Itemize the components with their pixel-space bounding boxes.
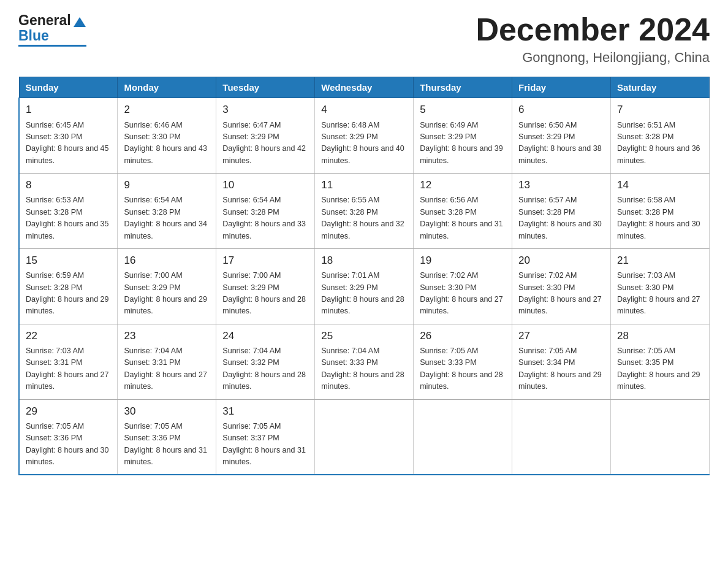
day-number: 11 (321, 177, 407, 193)
calendar-cell: 18 Sunrise: 7:01 AMSunset: 3:29 PMDaylig… (315, 248, 414, 324)
day-info: Sunrise: 6:56 AMSunset: 3:28 PMDaylight:… (420, 196, 503, 240)
day-number: 2 (124, 102, 210, 118)
day-info: Sunrise: 6:57 AMSunset: 3:28 PMDaylight:… (518, 196, 602, 240)
calendar-cell: 15 Sunrise: 6:59 AMSunset: 3:28 PMDaylig… (19, 248, 118, 324)
day-number: 24 (222, 328, 308, 344)
title-section: December 2024 Gongnong, Heilongjiang, Ch… (476, 12, 710, 66)
day-info: Sunrise: 6:45 AMSunset: 3:30 PMDaylight:… (26, 121, 109, 165)
calendar-cell: 31 Sunrise: 7:05 AMSunset: 3:37 PMDaylig… (216, 399, 315, 475)
day-info: Sunrise: 7:01 AMSunset: 3:29 PMDaylight:… (321, 271, 404, 315)
day-info: Sunrise: 6:47 AMSunset: 3:29 PMDaylight:… (222, 121, 306, 165)
day-number: 15 (26, 253, 111, 269)
day-number: 14 (617, 177, 703, 193)
day-number: 29 (26, 404, 111, 419)
calendar-cell: 30 Sunrise: 7:05 AMSunset: 3:36 PMDaylig… (118, 399, 216, 475)
day-info: Sunrise: 7:04 AMSunset: 3:31 PMDaylight:… (124, 347, 207, 391)
day-number: 5 (420, 102, 506, 118)
day-number: 9 (124, 177, 210, 193)
calendar-table: SundayMondayTuesdayWednesdayThursdayFrid… (18, 77, 710, 475)
calendar-cell (414, 399, 512, 475)
calendar-cell: 5 Sunrise: 6:49 AMSunset: 3:29 PMDayligh… (414, 98, 512, 174)
day-info: Sunrise: 7:05 AMSunset: 3:36 PMDaylight:… (124, 422, 207, 466)
day-info: Sunrise: 6:54 AMSunset: 3:28 PMDaylight:… (222, 196, 306, 240)
logo-underline (18, 45, 86, 47)
calendar-cell: 4 Sunrise: 6:48 AMSunset: 3:29 PMDayligh… (315, 98, 414, 174)
calendar-cell: 8 Sunrise: 6:53 AMSunset: 3:28 PMDayligh… (19, 174, 118, 249)
weekday-header-thursday: Thursday (414, 77, 512, 98)
day-number: 27 (518, 328, 604, 344)
day-number: 8 (26, 177, 111, 193)
calendar-cell: 20 Sunrise: 7:02 AMSunset: 3:30 PMDaylig… (512, 248, 611, 324)
day-number: 23 (124, 328, 210, 344)
calendar-week-row: 29 Sunrise: 7:05 AMSunset: 3:36 PMDaylig… (19, 399, 710, 475)
day-info: Sunrise: 6:48 AMSunset: 3:29 PMDaylight:… (321, 121, 404, 165)
calendar-cell: 26 Sunrise: 7:05 AMSunset: 3:33 PMDaylig… (414, 324, 512, 399)
day-number: 1 (26, 102, 111, 118)
calendar-cell: 2 Sunrise: 6:46 AMSunset: 3:30 PMDayligh… (118, 98, 216, 174)
calendar-cell (611, 399, 710, 475)
day-number: 4 (321, 102, 407, 118)
calendar-cell: 9 Sunrise: 6:54 AMSunset: 3:28 PMDayligh… (118, 174, 216, 249)
day-info: Sunrise: 6:51 AMSunset: 3:28 PMDaylight:… (617, 121, 700, 165)
calendar-cell: 1 Sunrise: 6:45 AMSunset: 3:30 PMDayligh… (19, 98, 118, 174)
day-number: 13 (518, 177, 604, 193)
calendar-cell: 11 Sunrise: 6:55 AMSunset: 3:28 PMDaylig… (315, 174, 414, 249)
day-info: Sunrise: 7:03 AMSunset: 3:30 PMDaylight:… (617, 271, 700, 315)
day-info: Sunrise: 6:55 AMSunset: 3:28 PMDaylight:… (321, 196, 404, 240)
logo-arrow-icon (73, 16, 86, 28)
day-number: 22 (26, 328, 111, 344)
day-info: Sunrise: 6:59 AMSunset: 3:28 PMDaylight:… (26, 271, 109, 315)
calendar-week-row: 8 Sunrise: 6:53 AMSunset: 3:28 PMDayligh… (19, 174, 710, 249)
day-info: Sunrise: 7:05 AMSunset: 3:36 PMDaylight:… (26, 422, 109, 466)
day-info: Sunrise: 7:05 AMSunset: 3:34 PMDaylight:… (518, 347, 602, 391)
calendar-cell: 29 Sunrise: 7:05 AMSunset: 3:36 PMDaylig… (19, 399, 118, 475)
weekday-header-sunday: Sunday (19, 77, 118, 98)
day-number: 17 (222, 253, 308, 269)
calendar-cell: 12 Sunrise: 6:56 AMSunset: 3:28 PMDaylig… (414, 174, 512, 249)
day-number: 25 (321, 328, 407, 344)
day-number: 6 (518, 102, 604, 118)
day-info: Sunrise: 7:03 AMSunset: 3:31 PMDaylight:… (26, 347, 109, 391)
day-info: Sunrise: 6:54 AMSunset: 3:28 PMDaylight:… (124, 196, 207, 240)
calendar-cell: 24 Sunrise: 7:04 AMSunset: 3:32 PMDaylig… (216, 324, 315, 399)
day-number: 3 (222, 102, 308, 118)
calendar-cell: 23 Sunrise: 7:04 AMSunset: 3:31 PMDaylig… (118, 324, 216, 399)
weekday-header-saturday: Saturday (611, 77, 710, 98)
weekday-header-row: SundayMondayTuesdayWednesdayThursdayFrid… (19, 77, 710, 98)
day-number: 28 (617, 328, 703, 344)
day-number: 18 (321, 253, 407, 269)
calendar-cell: 10 Sunrise: 6:54 AMSunset: 3:28 PMDaylig… (216, 174, 315, 249)
logo-general-text: General (18, 12, 71, 29)
calendar-cell: 19 Sunrise: 7:02 AMSunset: 3:30 PMDaylig… (414, 248, 512, 324)
day-info: Sunrise: 6:53 AMSunset: 3:28 PMDaylight:… (26, 196, 109, 240)
logo: General Blue (18, 12, 86, 47)
calendar-cell: 21 Sunrise: 7:03 AMSunset: 3:30 PMDaylig… (611, 248, 710, 324)
weekday-header-tuesday: Tuesday (216, 77, 315, 98)
calendar-cell: 7 Sunrise: 6:51 AMSunset: 3:28 PMDayligh… (611, 98, 710, 174)
calendar-cell: 17 Sunrise: 7:00 AMSunset: 3:29 PMDaylig… (216, 248, 315, 324)
svg-marker-0 (74, 17, 86, 27)
day-info: Sunrise: 7:05 AMSunset: 3:33 PMDaylight:… (420, 347, 503, 391)
logo-blue-text: Blue (18, 28, 49, 44)
calendar-week-row: 1 Sunrise: 6:45 AMSunset: 3:30 PMDayligh… (19, 98, 710, 174)
calendar-cell: 25 Sunrise: 7:04 AMSunset: 3:33 PMDaylig… (315, 324, 414, 399)
calendar-cell: 22 Sunrise: 7:03 AMSunset: 3:31 PMDaylig… (19, 324, 118, 399)
day-info: Sunrise: 7:04 AMSunset: 3:33 PMDaylight:… (321, 347, 404, 391)
calendar-cell: 28 Sunrise: 7:05 AMSunset: 3:35 PMDaylig… (611, 324, 710, 399)
calendar-week-row: 22 Sunrise: 7:03 AMSunset: 3:31 PMDaylig… (19, 324, 710, 399)
day-number: 30 (124, 404, 210, 419)
day-number: 16 (124, 253, 210, 269)
calendar-cell: 13 Sunrise: 6:57 AMSunset: 3:28 PMDaylig… (512, 174, 611, 249)
day-number: 21 (617, 253, 703, 269)
weekday-header-wednesday: Wednesday (315, 77, 414, 98)
day-number: 19 (420, 253, 506, 269)
page-header: General Blue December 2024 Gongnong, Hei… (18, 12, 710, 66)
calendar-cell: 3 Sunrise: 6:47 AMSunset: 3:29 PMDayligh… (216, 98, 315, 174)
day-info: Sunrise: 6:50 AMSunset: 3:29 PMDaylight:… (518, 121, 602, 165)
day-info: Sunrise: 7:04 AMSunset: 3:32 PMDaylight:… (222, 347, 306, 391)
day-info: Sunrise: 7:02 AMSunset: 3:30 PMDaylight:… (420, 271, 503, 315)
calendar-cell: 14 Sunrise: 6:58 AMSunset: 3:28 PMDaylig… (611, 174, 710, 249)
day-info: Sunrise: 6:58 AMSunset: 3:28 PMDaylight:… (617, 196, 700, 240)
day-info: Sunrise: 6:46 AMSunset: 3:30 PMDaylight:… (124, 121, 207, 165)
day-number: 12 (420, 177, 506, 193)
